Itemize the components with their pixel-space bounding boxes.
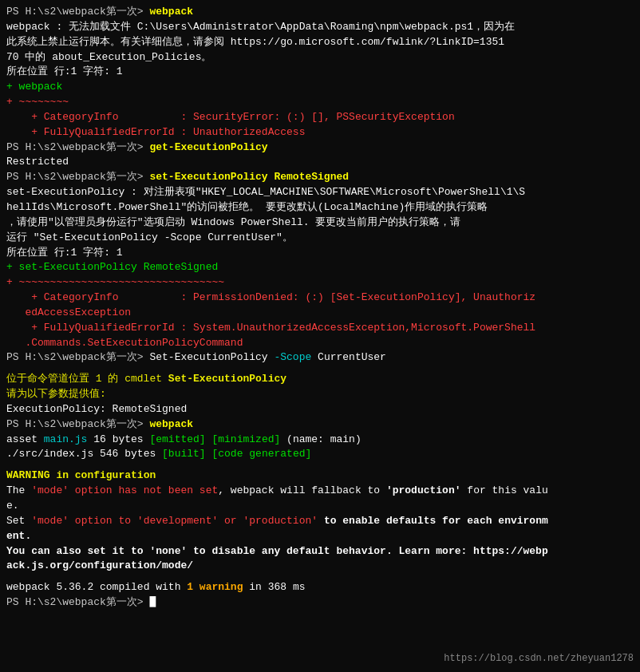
terminal-line: webpack 5.36.2 compiled with 1 warning i… [6, 580, 634, 595]
output-text: 请为以下参数提供值: [6, 388, 106, 400]
terminal-line: ./src/index.js 546 bytes [built] [code g… [6, 447, 634, 462]
terminal-line: 所在位置 行:1 字符: 1 [6, 65, 634, 80]
terminal-line: set-ExecutionPolicy : 对注册表项"HKEY_LOCAL_M… [6, 185, 634, 200]
terminal-line: + ~~~~~~~~~~~~~~~~~~~~~~~~~~~~~~~~~ [6, 275, 634, 291]
output-text: + ~~~~~~~~ [6, 96, 69, 108]
terminal-line: ack.js.org/configuration/mode/ [6, 559, 634, 574]
output-text [318, 515, 324, 527]
terminal-line: + set-ExecutionPolicy RemoteSigned [6, 260, 634, 275]
output-text: 所在位置 行:1 字符: 1 [6, 247, 123, 259]
terminal-line: PS H:\s2\webpack第一次> get-ExecutionPolicy [6, 140, 634, 156]
terminal-line: .Commands.SetExecutionPolicyCommand [6, 336, 634, 351]
output-text: The [6, 484, 31, 496]
terminal-line: 位于命令管道位置 1 的 cmdlet Set-ExecutionPolicy [6, 372, 634, 387]
terminal-line: The 'mode' option has not been set, webp… [6, 484, 634, 499]
command: webpack [149, 6, 193, 18]
command: Set-ExecutionPolicy [149, 351, 274, 363]
terminal-line: webpack : 无法加载文件 C:\Users\Administrator\… [6, 20, 634, 35]
terminal-line: Set 'mode' option to 'development' or 'p… [6, 514, 634, 529]
terminal-line: PS H:\s2\webpack第一次> set-ExecutionPolicy… [6, 170, 634, 185]
prompt: PS H:\s2\webpack第一次> [6, 418, 149, 430]
terminal-line: 请为以下参数提供值: [6, 387, 634, 402]
cursor: █ [149, 596, 156, 608]
output-text: e. [6, 500, 19, 512]
output-text: Set [6, 515, 31, 527]
terminal-line: Restricted [6, 155, 634, 170]
output-text: Set-ExecutionPolicy [168, 373, 286, 385]
output-text: + ~~~~~~~~~~~~~~~~~~~~~~~~~~~~~~~~~ [6, 276, 224, 288]
output-text: for this valu [461, 484, 548, 496]
terminal-line: edAccessException [6, 306, 634, 321]
output-text: edAccessException [6, 306, 131, 318]
output-text: 'mode' option to 'development' or 'produ… [31, 515, 318, 527]
output-text: [built] [162, 448, 206, 460]
terminal-line: You can also set it to 'none' to disable… [6, 544, 634, 559]
terminal-line: + CategoryInfo : PermissionDenied: (:) [… [6, 291, 634, 306]
output-text: webpack : 无法加载文件 C:\Users\Administrator\… [6, 21, 515, 33]
terminal-line: ExecutionPolicy: RemoteSigned [6, 402, 634, 417]
prompt: PS H:\s2\webpack第一次> [6, 6, 149, 18]
output-text: + set-ExecutionPolicy RemoteSigned [6, 261, 218, 273]
output-text: 此系统上禁止运行脚本。有关详细信息，请参阅 https://go.microso… [6, 36, 504, 48]
output-text: ent. [6, 530, 31, 542]
output-text: (name: main) [280, 433, 361, 445]
output-text: in 368 ms [243, 581, 305, 593]
command: get-ExecutionPolicy [149, 141, 267, 153]
terminal-line: e. [6, 499, 634, 514]
output-text: asset [6, 433, 44, 445]
output-text: 'mode' option has not been set [31, 484, 218, 496]
output-text: .Commands.SetExecutionPolicyCommand [6, 337, 243, 349]
output-text: [minimized] [211, 433, 280, 445]
prompt: PS H:\s2\webpack第一次> [6, 141, 149, 153]
output-text: 'production' [386, 484, 461, 496]
terminal-line: ，请使用"以管理员身份运行"选项启动 Windows PowerShell. 要… [6, 215, 634, 231]
output-text: set-ExecutionPolicy : 对注册表项"HKEY_LOCAL_M… [6, 186, 525, 198]
prompt: PS H:\s2\webpack第一次> [6, 351, 149, 363]
output-text: WARNING in configuration [6, 469, 156, 481]
output-text: hellIds\Microsoft.PowerShell"的访问被拒绝。 要更改… [6, 201, 488, 213]
watermark: https://blog.csdn.net/zheyuan1278 [444, 652, 634, 666]
terminal-line: 此系统上禁止运行脚本。有关详细信息，请参阅 https://go.microso… [6, 35, 634, 50]
terminal-line: 70 中的 about_Execution_Policies。 [6, 50, 634, 65]
terminal-window: PS H:\s2\webpack第一次> webpack webpack : 无… [6, 5, 634, 611]
terminal-line: PS H:\s2\webpack第一次> Set-ExecutionPolicy… [6, 350, 634, 366]
command: CurrentUser [311, 351, 386, 363]
command: webpack [149, 418, 193, 430]
output-text: + FullyQualifiedErrorId : System.Unautho… [6, 322, 535, 334]
output-text: Restricted [6, 156, 69, 168]
output-text: ExecutionPolicy: RemoteSigned [6, 403, 187, 415]
terminal-line: hellIds\Microsoft.PowerShell"的访问被拒绝。 要更改… [6, 200, 634, 215]
terminal-line: WARNING in configuration [6, 468, 634, 484]
terminal-line: + FullyQualifiedErrorId : UnauthorizedAc… [6, 125, 634, 140]
output-text: [emitted] [149, 433, 205, 445]
output-text: ，请使用"以管理员身份运行"选项启动 Windows PowerShell. 要… [6, 216, 460, 228]
output-text: ack.js.org/configuration/mode/ [6, 559, 193, 571]
output-text: [code generated] [211, 448, 311, 460]
output-text: 位于命令管道位置 1 的 cmdlet [6, 373, 168, 385]
output-text: ./src/index.js 546 bytes [6, 448, 162, 460]
output-text: + FullyQualifiedErrorId : UnauthorizedAc… [6, 126, 305, 138]
output-text: + CategoryInfo : SecurityError: (:) [], … [6, 111, 455, 123]
prompt: PS H:\s2\webpack第一次> [6, 171, 149, 183]
prompt: PS H:\s2\webpack第一次> [6, 596, 149, 608]
terminal-line: + FullyQualifiedErrorId : System.Unautho… [6, 321, 634, 336]
terminal-line: + CategoryInfo : SecurityError: (:) [], … [6, 110, 634, 125]
terminal-line: PS H:\s2\webpack第一次> webpack [6, 417, 634, 433]
output-text: 70 中的 about_Execution_Policies。 [6, 51, 211, 63]
output-text: webpack 5.36.2 compiled with [6, 581, 187, 593]
output-text: main.js [44, 433, 88, 445]
output-text: 所在位置 行:1 字符: 1 [6, 65, 123, 77]
terminal-line: PS H:\s2\webpack第一次> █ [6, 595, 634, 611]
output-text: + webpack [6, 81, 62, 93]
command: set-ExecutionPolicy RemoteSigned [149, 171, 349, 183]
command-flag: -Scope [274, 351, 311, 363]
output-text: 运行 "Set-ExecutionPolicy -Scope CurrentUs… [6, 231, 293, 243]
terminal-line: + ~~~~~~~~ [6, 95, 634, 110]
output-text: 16 bytes [87, 433, 149, 445]
terminal-line: + webpack [6, 80, 634, 95]
terminal-line: PS H:\s2\webpack第一次> webpack [6, 5, 634, 20]
terminal-line: 运行 "Set-ExecutionPolicy -Scope CurrentUs… [6, 231, 634, 246]
output-text: You can also set it to 'none' to disable… [6, 545, 548, 557]
output-text: to enable defaults for each environm [324, 515, 548, 527]
output-text: 1 warning [187, 581, 243, 593]
